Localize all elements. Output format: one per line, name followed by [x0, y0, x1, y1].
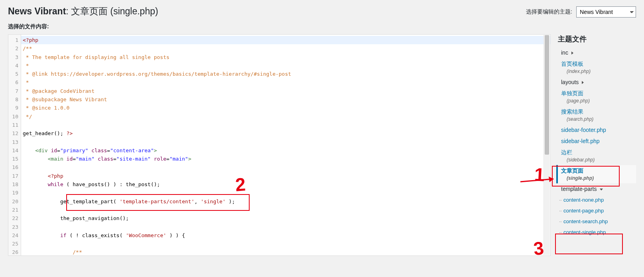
folder-label: inc	[561, 49, 570, 56]
code-line[interactable]: * @package CodeVibrant	[21, 87, 550, 95]
code-line[interactable]: <div id="primary" class="content-area">	[21, 146, 550, 155]
file-single.php[interactable]: 文章页面(single.php)	[556, 165, 636, 183]
code-line[interactable]: *	[21, 61, 550, 70]
code-line[interactable]: * @subpackage News Vibrant	[21, 95, 550, 104]
line-number: 15	[8, 155, 18, 163]
line-number: 1	[8, 36, 18, 44]
file-label: 搜索结果	[561, 108, 583, 115]
folder-label: template-parts	[561, 186, 598, 192]
line-number: 11	[8, 121, 18, 129]
line-number: 13	[8, 138, 18, 146]
caret-right-icon	[571, 51, 573, 55]
folder-layouts[interactable]: layouts	[556, 77, 636, 88]
file-sub-label: (page.php)	[561, 98, 633, 104]
theme-select-label: 选择要编辑的主题:	[526, 8, 572, 16]
line-number: 20	[8, 197, 18, 206]
file-sub-label: (search.php)	[561, 116, 633, 122]
file-in-title: (single.php)	[110, 6, 158, 16]
line-number: 19	[8, 189, 18, 197]
file-sub-label: (single.php)	[561, 175, 633, 181]
sidebar-title: 主题文件	[556, 34, 636, 44]
code-area[interactable]: <?php/** * The template for displaying a…	[21, 35, 550, 255]
file-sub-label: (sidebar.php)	[561, 157, 633, 163]
line-number: 24	[8, 231, 18, 240]
line-number: 16	[8, 163, 18, 171]
scrollbar-thumb[interactable]	[545, 35, 549, 155]
line-number: 21	[8, 206, 18, 214]
line-number: 2	[8, 44, 18, 53]
code-line[interactable]: the_post_navigation();	[21, 214, 550, 222]
theme-selector: 选择要编辑的主题: News Vibrant	[526, 6, 636, 18]
theme-select-dropdown[interactable]: News Vibrant	[576, 6, 636, 18]
file-label: sidebar-left.php	[561, 138, 600, 144]
code-line[interactable]: */	[21, 112, 550, 121]
code-line[interactable]: *	[21, 78, 550, 86]
code-line[interactable]: if ( ! class_exists( 'WooCommerce' ) ) {	[21, 231, 550, 240]
code-line[interactable]	[21, 223, 550, 231]
line-number: 6	[8, 78, 18, 86]
file-content-search.php[interactable]: content-search.php	[556, 216, 636, 227]
caret-down-icon	[600, 189, 603, 191]
file-sidebar-footer.php[interactable]: sidebar-footer.php	[556, 124, 636, 136]
line-number: 23	[8, 223, 18, 231]
code-line[interactable]	[21, 206, 550, 214]
file-search.php[interactable]: 搜索结果(search.php)	[556, 106, 636, 124]
line-number: 12	[8, 129, 18, 138]
file-content-none.php[interactable]: content-none.php	[556, 194, 636, 205]
file-sidebar.php[interactable]: 边栏(sidebar.php)	[556, 147, 636, 165]
code-line[interactable]	[21, 121, 550, 129]
line-number: 9	[8, 104, 18, 112]
code-line[interactable]: * @link https://developer.wordpress.org/…	[21, 70, 550, 78]
code-line[interactable]: get_header(); ?>	[21, 129, 550, 138]
folder-template-parts[interactable]: template-parts	[556, 183, 636, 194]
page-label: 文章页面	[71, 6, 108, 16]
file-label: 首页模板	[561, 61, 583, 67]
line-number: 5	[8, 70, 18, 78]
line-number: 22	[8, 214, 18, 222]
code-line[interactable]	[21, 163, 550, 171]
code-line[interactable]: get_template_part( 'template-parts/conte…	[21, 197, 550, 206]
file-label: 文章页面	[561, 167, 583, 174]
code-line[interactable]: <?php	[21, 172, 550, 180]
code-line[interactable]: /**	[21, 44, 550, 53]
file-label: 单独页面	[561, 90, 583, 96]
file-content-page.php[interactable]: content-page.php	[556, 205, 636, 216]
code-line[interactable]	[21, 240, 550, 248]
code-line[interactable]	[21, 138, 550, 146]
file-tree: inc 首页模板(index.php)layouts 单独页面(page.php…	[556, 47, 636, 238]
code-line[interactable]: /**	[21, 248, 550, 255]
theme-name: News Vibrant	[8, 6, 66, 16]
code-line[interactable]	[21, 189, 550, 197]
code-line[interactable]: <?php	[21, 36, 550, 44]
line-number: 8	[8, 95, 18, 104]
file-label: sidebar-footer.php	[561, 127, 606, 133]
file-sidebar-left.php[interactable]: sidebar-left.php	[556, 136, 636, 147]
line-number: 26	[8, 248, 18, 256]
code-line[interactable]: * @since 1.0.0	[21, 104, 550, 112]
line-number: 7	[8, 87, 18, 95]
page-title: News Vibrant: 文章页面 (single.php)	[8, 6, 158, 18]
theme-files-sidebar: 主题文件 inc 首页模板(index.php)layouts 单独页面(pag…	[556, 34, 636, 238]
code-line[interactable]: while ( have_posts() ) : the_post();	[21, 180, 550, 189]
file-label: 边栏	[561, 149, 572, 155]
line-number: 3	[8, 53, 18, 61]
file-content-single.php[interactable]: content-single.php	[556, 227, 636, 238]
line-number: 10	[8, 112, 18, 121]
code-line[interactable]: * The template for displaying all single…	[21, 53, 550, 61]
caret-right-icon	[582, 81, 584, 84]
line-number-gutter: 1234567891011121314151617181920212223242…	[8, 35, 21, 255]
line-number: 25	[8, 240, 18, 248]
file-content-label: 选择的文件内容:	[8, 20, 636, 34]
line-number: 18	[8, 180, 18, 189]
file-index.php[interactable]: 首页模板(index.php)	[556, 58, 636, 77]
code-editor[interactable]: 1234567891011121314151617181920212223242…	[8, 34, 551, 256]
folder-label: layouts	[561, 79, 580, 85]
file-sub-label: (index.php)	[561, 69, 633, 74]
file-page.php[interactable]: 单独页面(page.php)	[556, 88, 636, 106]
line-number: 4	[8, 61, 18, 70]
scrollbar-track[interactable]	[544, 35, 550, 255]
line-number: 17	[8, 172, 18, 180]
folder-inc[interactable]: inc	[556, 47, 636, 58]
code-line[interactable]: <main id="main" class="site-main" role="…	[21, 155, 550, 163]
line-number: 14	[8, 146, 18, 155]
